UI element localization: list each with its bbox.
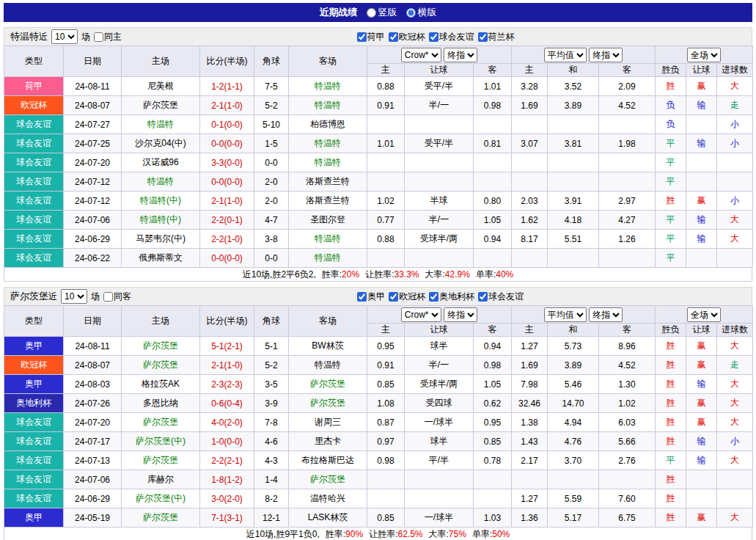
league-filter-checkbox[interactable]: 荷甲 — [357, 31, 385, 43]
result-cell — [686, 172, 717, 191]
result-cell: 输 — [686, 451, 717, 470]
subcol-handicap-result: 让球 — [686, 324, 717, 337]
date-cell: 24-07-12 — [64, 191, 122, 211]
average-odds-group: 平均值 终指 — [512, 46, 656, 64]
result-cell: 胜 — [656, 470, 686, 489]
odds-cell: 球半 — [405, 432, 474, 451]
home-team-cell: 萨尔茨堡 — [122, 451, 200, 470]
summary-record: 近10场,胜2平6负2, — [243, 269, 316, 281]
score-cell: 0-0(0-0) — [200, 134, 254, 153]
league-filter-checkbox[interactable]: 球会友谊 — [429, 31, 474, 43]
subcol-goals: 进球数 — [717, 64, 753, 77]
league-checkbox-input[interactable] — [429, 32, 438, 42]
match-row: 奥地利杯24-07-26多恩比纳0-6(0-4)3-9萨尔茨堡1.08受四球0.… — [4, 394, 753, 413]
odds-cell: 3.07 — [512, 134, 548, 153]
league-checkbox-input[interactable] — [389, 292, 398, 302]
score-cell: 2-2(0-1) — [200, 211, 254, 230]
fulltime-select[interactable]: 全场 — [687, 307, 721, 322]
view-horizontal-radio[interactable]: 横版 — [406, 6, 437, 19]
odds-cell: 0.98 — [474, 356, 512, 375]
odds-cell: 5.59 — [548, 489, 599, 508]
odds-cell: 0.77 — [367, 211, 405, 230]
view-vertical-radio[interactable]: 竖版 — [367, 6, 397, 19]
match-count-select[interactable]: 10 — [51, 29, 78, 44]
subcol-avg-home: 主 — [512, 64, 548, 77]
league-checkbox-input[interactable] — [478, 32, 488, 42]
final-odds-select[interactable]: 终指 — [444, 307, 477, 322]
date-cell: 24-07-06 — [64, 211, 122, 230]
result-cell: 小 — [717, 134, 753, 153]
date-cell: 24-07-13 — [64, 451, 122, 470]
result-cell: 走 — [717, 96, 753, 115]
league-checkbox-input[interactable] — [357, 32, 367, 42]
league-checkbox-input[interactable] — [357, 292, 367, 302]
date-cell: 24-07-17 — [64, 432, 122, 451]
odds-cell: 5.17 — [548, 508, 599, 528]
corner-cell: 3-5 — [254, 375, 289, 394]
subcol-home-odds: 主 — [367, 64, 405, 77]
corner-cell: 5-2 — [254, 356, 289, 375]
match-count-select[interactable]: 10 — [61, 289, 87, 304]
result-cell: 输 — [686, 134, 717, 153]
col-corner: 角球 — [254, 46, 289, 77]
odds-cell: 0.80 — [474, 191, 512, 211]
league-filter-checkbox[interactable]: 荷兰杯 — [478, 31, 515, 43]
near-label: 近 — [39, 31, 48, 43]
date-cell: 24-07-20 — [64, 153, 122, 172]
corner-cell: 4-7 — [254, 211, 289, 230]
score-cell: 2-2(2-1) — [200, 451, 254, 470]
league-filter-list: 奥甲欧冠杯奥地利杯球会友谊 — [135, 291, 746, 303]
subcol-handicap-result: 让球 — [686, 64, 717, 77]
odds-cell: 4.18 — [548, 211, 599, 230]
bookmaker-select[interactable]: Crow* — [401, 48, 441, 62]
same-venue-checkbox-input[interactable] — [103, 292, 113, 302]
horizontal-radio-icon[interactable] — [406, 8, 416, 18]
summary-stat: 大率:75% — [429, 528, 466, 540]
same-venue-checkbox-input[interactable] — [94, 32, 103, 42]
result-cell: 输 — [686, 375, 717, 394]
league-type-cell: 球会友谊 — [4, 230, 64, 249]
odds-cell: 球半 — [405, 337, 474, 356]
league-filter-label: 奥甲 — [367, 291, 385, 303]
average-select[interactable]: 平均值 — [544, 307, 587, 322]
same-venue-label: 同客 — [114, 291, 131, 303]
result-cell: 赢 — [686, 77, 717, 96]
result-cell: 赢 — [686, 508, 717, 528]
subcol-goals: 进球数 — [717, 324, 753, 337]
league-filter-checkbox[interactable]: 奥甲 — [357, 291, 385, 303]
league-checkbox-input[interactable] — [429, 292, 438, 302]
league-checkbox-input[interactable] — [389, 32, 398, 42]
odds-cell: 1.08 — [367, 394, 405, 413]
result-cell: 胜 — [656, 432, 686, 451]
match-row: 球会友谊24-07-20萨尔茨堡4-0(2-0)7-8谢周三0.87一/球半0.… — [4, 413, 753, 432]
odds-cell: 8.96 — [599, 337, 656, 356]
same-venue-checkbox[interactable]: 同主 — [94, 31, 122, 43]
date-cell: 24-08-11 — [64, 77, 122, 96]
col-home: 主场 — [122, 306, 200, 337]
home-team-cell: 特温特(中) — [122, 211, 200, 230]
same-venue-checkbox[interactable]: 同客 — [103, 291, 131, 303]
odds-cell: 1.30 — [599, 375, 656, 394]
league-filter-checkbox[interactable]: 欧冠杯 — [389, 31, 425, 43]
odds-cell — [512, 115, 548, 134]
league-filter-checkbox[interactable]: 奥地利杯 — [429, 291, 474, 303]
final-odds-select[interactable]: 终指 — [444, 48, 477, 62]
results-table: 类型 日期 主场 比分(半场) 角球 客场 Crow* 终指 平均值 终指 — [4, 45, 753, 268]
league-filter-checkbox[interactable]: 球会友谊 — [478, 291, 524, 303]
bookmaker-select[interactable]: Crow* — [401, 307, 441, 322]
final-odds-select[interactable]: 终指 — [589, 307, 623, 322]
league-type-cell: 欧冠杯 — [4, 356, 64, 375]
odds-cell: 0.62 — [474, 394, 512, 413]
league-checkbox-input[interactable] — [478, 292, 488, 302]
bookmaker-odds-group: Crow* 终指 — [367, 46, 512, 64]
fulltime-select[interactable]: 全场 — [687, 48, 721, 62]
league-filter-checkbox[interactable]: 欧冠杯 — [389, 291, 425, 303]
average-select[interactable]: 平均值 — [544, 48, 587, 62]
corner-cell: 0-0 — [254, 249, 289, 268]
final-odds-select[interactable]: 终指 — [589, 48, 623, 62]
score-cell: 2-3(2-3) — [200, 375, 254, 394]
corner-cell: 4-3 — [254, 451, 289, 470]
odds-cell: 2.03 — [512, 191, 548, 211]
league-filter-label: 奥地利杯 — [439, 291, 474, 303]
vertical-radio-icon[interactable] — [367, 8, 376, 18]
